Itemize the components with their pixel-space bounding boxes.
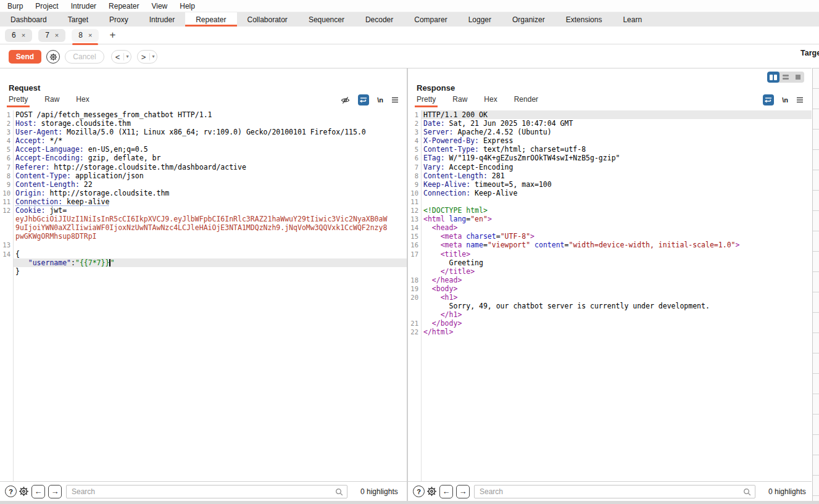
code-line[interactable]: 7Referer: http://storage.cloudsite.thm/d…: [0, 163, 407, 171]
request-settings-button[interactable]: [46, 50, 60, 64]
code-line[interactable]: 1POST /api/fetch_messeges_from_chatbot H…: [0, 110, 407, 119]
code-line[interactable]: 6ETag: W/"119-q4K+gEZusZmrOOkTW4swI+NzB5…: [408, 154, 812, 162]
search-prev-button[interactable]: ←: [439, 485, 453, 498]
search-settings-button[interactable]: [19, 486, 29, 497]
response-tab-pretty[interactable]: Pretty: [417, 95, 436, 105]
code-line[interactable]: 10Origin: http://storage.cloudsite.thm: [0, 189, 407, 197]
layout-rows-button[interactable]: [780, 72, 792, 83]
code-line[interactable]: 20 <h1>: [408, 293, 812, 302]
menu-intruder[interactable]: Intruder: [65, 2, 102, 10]
add-tab-button[interactable]: +: [109, 29, 115, 41]
code-line[interactable]: 6Accept-Encoding: gzip, deflate, br: [0, 154, 407, 162]
code-line[interactable]: 11Connection: keep-alive: [0, 197, 407, 206]
code-line[interactable]: 2Date: Sat, 21 Jun 2025 10:47:04 GMT: [408, 119, 812, 128]
tab-logger[interactable]: Logger: [458, 12, 502, 27]
code-line[interactable]: </h1>: [408, 310, 812, 319]
tab-organizer[interactable]: Organizer: [502, 12, 555, 27]
tab-intruder[interactable]: Intruder: [139, 12, 185, 27]
code-line[interactable]: 14{: [0, 250, 407, 258]
code-line[interactable]: 17 <title>: [408, 250, 812, 258]
request-tab-pretty[interactable]: Pretty: [9, 95, 28, 105]
search-next-button[interactable]: →: [456, 485, 470, 498]
tab-sequencer[interactable]: Sequencer: [298, 12, 355, 27]
layout-columns-button[interactable]: [767, 72, 780, 83]
code-line[interactable]: 9uIjoiYWN0aXZlIiwiaWF0IjoxNzUwNTAwNzc4LC…: [0, 223, 407, 232]
code-line[interactable]: 13: [0, 241, 407, 249]
chevron-down-icon[interactable]: ▾: [149, 53, 157, 60]
code-line[interactable]: Sorry, 49, our chatbot server is current…: [408, 302, 812, 310]
cancel-button[interactable]: Cancel: [65, 50, 104, 64]
newline-chars-button[interactable]: \n: [377, 96, 383, 104]
chevron-down-icon[interactable]: ▾: [123, 53, 131, 60]
repeater-tab-8[interactable]: 8 ×: [72, 29, 99, 42]
search-prev-button[interactable]: ←: [31, 485, 45, 498]
request-tab-raw[interactable]: Raw: [44, 95, 59, 105]
close-tab-icon[interactable]: ×: [55, 31, 59, 39]
code-line[interactable]: 2Host: storage.cloudsite.thm: [0, 119, 407, 128]
editor-menu-button[interactable]: [391, 97, 399, 103]
code-line[interactable]: 1HTTP/1.1 200 OK: [408, 110, 812, 119]
search-input[interactable]: [66, 485, 347, 498]
code-line[interactable]: 8Content-Length: 281: [408, 171, 812, 180]
code-line[interactable]: 8Content-Type: application/json: [0, 171, 407, 180]
help-icon[interactable]: ?: [413, 485, 425, 497]
tab-target[interactable]: Target: [57, 12, 99, 27]
response-tab-render[interactable]: Render: [514, 95, 538, 105]
response-tab-hex[interactable]: Hex: [484, 95, 497, 105]
menu-burp[interactable]: Burp: [7, 2, 29, 10]
code-line[interactable]: 19 <body>: [408, 284, 812, 293]
repeater-tab-7[interactable]: 7 ×: [38, 29, 65, 42]
menu-help[interactable]: Help: [173, 2, 201, 10]
code-line[interactable]: 13<html lang="en">: [408, 215, 812, 223]
tab-repeater[interactable]: Repeater: [185, 12, 236, 27]
code-line[interactable]: 12Cookie: jwt=: [0, 206, 407, 215]
layout-single-button[interactable]: [792, 72, 804, 83]
soft-wrap-button[interactable]: [358, 94, 369, 105]
tab-comparer[interactable]: Comparer: [404, 12, 457, 27]
prev-request-button[interactable]: < ▾: [111, 50, 131, 64]
search-input[interactable]: [474, 485, 755, 498]
send-button[interactable]: Send: [9, 50, 41, 64]
search-settings-button[interactable]: [426, 486, 437, 497]
help-icon[interactable]: ?: [5, 485, 17, 497]
code-line[interactable]: 9Keep-Alive: timeout=5, max=100: [408, 180, 812, 189]
request-tab-hex[interactable]: Hex: [76, 95, 89, 105]
code-line[interactable]: 21 </body>: [408, 319, 812, 328]
editor-menu-button[interactable]: [796, 97, 804, 103]
tab-extensions[interactable]: Extensions: [555, 12, 613, 27]
code-line[interactable]: 11: [408, 197, 812, 206]
menu-repeater[interactable]: Repeater: [102, 2, 145, 10]
tab-collaborator[interactable]: Collaborator: [237, 12, 298, 27]
hide-nonprinting-button[interactable]: [341, 96, 350, 105]
repeater-tab-6[interactable]: 6 ×: [5, 29, 32, 42]
code-line[interactable]: 7Vary: Accept-Encoding: [408, 163, 812, 171]
code-line[interactable]: 15 <meta charset="UTF-8">: [408, 232, 812, 241]
code-line[interactable]: 3User-Agent: Mozilla/5.0 (X11; Linux x86…: [0, 128, 407, 136]
tab-proxy[interactable]: Proxy: [99, 12, 139, 27]
code-line[interactable]: }: [0, 267, 407, 276]
response-tab-raw[interactable]: Raw: [452, 95, 467, 105]
code-line[interactable]: 22</html>: [408, 328, 812, 336]
collapsed-inspector-strip[interactable]: [812, 68, 819, 501]
code-line[interactable]: pwGKWgORMhsup8DTRpI: [0, 232, 407, 241]
code-line[interactable]: 16 <meta name="viewport" content="width=…: [408, 241, 812, 249]
tab-decoder[interactable]: Decoder: [355, 12, 404, 27]
tab-dashboard[interactable]: Dashboard: [0, 12, 57, 27]
code-line[interactable]: 10Connection: Keep-Alive: [408, 189, 812, 197]
next-request-button[interactable]: > ▾: [137, 50, 157, 64]
menu-project[interactable]: Project: [29, 2, 64, 10]
tab-learn[interactable]: Learn: [612, 12, 652, 27]
code-line[interactable]: 14 <head>: [408, 223, 812, 232]
search-next-button[interactable]: →: [48, 485, 62, 498]
code-line[interactable]: 12<!DOCTYPE html>: [408, 206, 812, 215]
request-editor[interactable]: 1POST /api/fetch_messeges_from_chatbot H…: [0, 110, 407, 481]
menu-view[interactable]: View: [145, 2, 173, 10]
code-line[interactable]: 18 </head>: [408, 276, 812, 284]
code-line[interactable]: 4X-Powered-By: Express: [408, 136, 812, 145]
code-line[interactable]: 5Accept-Language: en-US,en;q=0.5: [0, 145, 407, 154]
code-line[interactable]: Greeting: [408, 258, 812, 267]
code-line[interactable]: </title>: [408, 267, 812, 276]
response-editor[interactable]: 1HTTP/1.1 200 OK2Date: Sat, 21 Jun 2025 …: [408, 110, 812, 481]
close-tab-icon[interactable]: ×: [88, 31, 92, 39]
code-line[interactable]: "username":"{{7*7}}": [0, 258, 407, 267]
